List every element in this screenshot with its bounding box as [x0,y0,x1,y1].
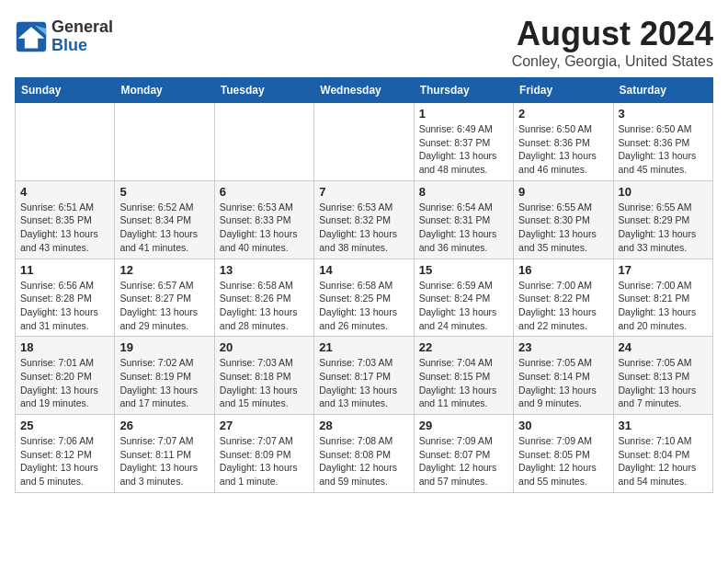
calendar-week-row: 1Sunrise: 6:49 AM Sunset: 8:37 PM Daylig… [16,103,713,181]
day-info: Sunrise: 6:58 AM Sunset: 8:26 PM Dayligh… [220,279,309,333]
page-title: August 2024 [512,15,713,53]
calendar-cell: 8Sunrise: 6:54 AM Sunset: 8:31 PM Daylig… [414,180,513,259]
calendar-cell: 26Sunrise: 7:07 AM Sunset: 8:11 PM Dayli… [115,415,214,493]
column-header-monday: Monday [115,78,214,103]
day-info: Sunrise: 7:00 AM Sunset: 8:22 PM Dayligh… [518,279,608,333]
day-info: Sunrise: 6:53 AM Sunset: 8:32 PM Dayligh… [319,201,408,255]
day-number: 30 [518,419,608,432]
calendar-cell: 12Sunrise: 6:57 AM Sunset: 8:27 PM Dayli… [115,259,214,337]
day-number: 31 [619,419,708,432]
day-number: 22 [419,340,508,354]
column-header-wednesday: Wednesday [314,78,414,103]
day-number: 26 [119,419,209,432]
day-info: Sunrise: 7:02 AM Sunset: 8:19 PM Dayligh… [119,356,209,410]
calendar-week-row: 25Sunrise: 7:06 AM Sunset: 8:12 PM Dayli… [16,415,713,493]
day-info: Sunrise: 6:50 AM Sunset: 8:36 PM Dayligh… [518,122,608,177]
day-info: Sunrise: 7:05 AM Sunset: 8:13 PM Dayligh… [619,356,708,410]
calendar-cell [314,103,414,181]
calendar-cell: 15Sunrise: 6:59 AM Sunset: 8:24 PM Dayli… [414,259,513,337]
day-number: 10 [619,185,708,199]
day-info: Sunrise: 6:50 AM Sunset: 8:36 PM Dayligh… [619,122,708,177]
day-number: 16 [518,263,608,277]
day-info: Sunrise: 6:51 AM Sunset: 8:35 PM Dayligh… [20,201,109,255]
day-info: Sunrise: 6:49 AM Sunset: 8:37 PM Dayligh… [419,122,508,177]
day-info: Sunrise: 6:58 AM Sunset: 8:25 PM Dayligh… [319,279,408,333]
calendar-cell: 30Sunrise: 7:09 AM Sunset: 8:05 PM Dayli… [514,415,613,493]
calendar-cell: 13Sunrise: 6:58 AM Sunset: 8:26 PM Dayli… [214,259,313,337]
day-info: Sunrise: 7:10 AM Sunset: 8:04 PM Dayligh… [619,434,708,488]
day-number: 23 [518,340,608,354]
header: General Blue August 2024 Conley, Georgia… [15,15,713,70]
calendar-cell: 5Sunrise: 6:52 AM Sunset: 8:34 PM Daylig… [115,180,214,259]
day-info: Sunrise: 6:53 AM Sunset: 8:33 PM Dayligh… [220,201,309,255]
calendar-cell: 27Sunrise: 7:07 AM Sunset: 8:09 PM Dayli… [214,415,313,493]
calendar-cell: 24Sunrise: 7:05 AM Sunset: 8:13 PM Dayli… [613,337,712,415]
day-info: Sunrise: 6:52 AM Sunset: 8:34 PM Dayligh… [119,201,209,255]
day-number: 14 [319,263,408,277]
day-number: 19 [119,340,209,354]
calendar-cell: 31Sunrise: 7:10 AM Sunset: 8:04 PM Dayli… [613,415,712,493]
day-info: Sunrise: 7:03 AM Sunset: 8:17 PM Dayligh… [319,356,408,410]
calendar-header-row: SundayMondayTuesdayWednesdayThursdayFrid… [16,78,713,103]
calendar-cell: 18Sunrise: 7:01 AM Sunset: 8:20 PM Dayli… [16,337,115,415]
column-header-thursday: Thursday [414,78,513,103]
calendar-week-row: 4Sunrise: 6:51 AM Sunset: 8:35 PM Daylig… [16,180,713,259]
day-number: 4 [20,185,109,199]
calendar-week-row: 18Sunrise: 7:01 AM Sunset: 8:20 PM Dayli… [16,337,713,415]
day-info: Sunrise: 7:09 AM Sunset: 8:05 PM Dayligh… [518,434,608,488]
calendar-cell: 1Sunrise: 6:49 AM Sunset: 8:37 PM Daylig… [414,103,513,181]
day-number: 11 [20,263,109,277]
day-info: Sunrise: 6:55 AM Sunset: 8:30 PM Dayligh… [518,201,608,255]
calendar-cell: 21Sunrise: 7:03 AM Sunset: 8:17 PM Dayli… [314,337,414,415]
page-subtitle: Conley, Georgia, United States [512,53,713,70]
calendar-cell: 25Sunrise: 7:06 AM Sunset: 8:12 PM Dayli… [16,415,115,493]
day-number: 17 [619,263,708,277]
day-number: 9 [518,185,608,199]
calendar-cell: 9Sunrise: 6:55 AM Sunset: 8:30 PM Daylig… [514,180,613,259]
logo-general: General [51,17,113,36]
day-info: Sunrise: 7:01 AM Sunset: 8:20 PM Dayligh… [20,356,109,410]
day-info: Sunrise: 6:59 AM Sunset: 8:24 PM Dayligh… [419,279,508,333]
day-info: Sunrise: 6:56 AM Sunset: 8:28 PM Dayligh… [20,279,109,333]
calendar-cell: 17Sunrise: 7:00 AM Sunset: 8:21 PM Dayli… [613,259,712,337]
calendar-cell: 23Sunrise: 7:05 AM Sunset: 8:14 PM Dayli… [514,337,613,415]
calendar-cell: 20Sunrise: 7:03 AM Sunset: 8:18 PM Dayli… [214,337,313,415]
day-info: Sunrise: 6:57 AM Sunset: 8:27 PM Dayligh… [119,279,209,333]
day-info: Sunrise: 7:07 AM Sunset: 8:11 PM Dayligh… [119,434,209,488]
calendar-cell [115,103,214,181]
calendar-cell: 4Sunrise: 6:51 AM Sunset: 8:35 PM Daylig… [16,180,115,259]
day-number: 18 [20,340,109,354]
day-number: 1 [419,107,508,121]
column-header-friday: Friday [514,78,613,103]
day-info: Sunrise: 7:09 AM Sunset: 8:07 PM Dayligh… [419,434,508,488]
day-number: 2 [518,107,608,121]
calendar-cell: 2Sunrise: 6:50 AM Sunset: 8:36 PM Daylig… [514,103,613,181]
day-number: 27 [220,419,309,432]
logo-blue: Blue [51,36,87,54]
day-number: 12 [119,263,209,277]
calendar-cell: 6Sunrise: 6:53 AM Sunset: 8:33 PM Daylig… [214,180,313,259]
calendar-cell: 22Sunrise: 7:04 AM Sunset: 8:15 PM Dayli… [414,337,513,415]
calendar-cell: 29Sunrise: 7:09 AM Sunset: 8:07 PM Dayli… [414,415,513,493]
day-number: 6 [220,185,309,199]
day-number: 28 [319,419,408,432]
calendar-cell: 7Sunrise: 6:53 AM Sunset: 8:32 PM Daylig… [314,180,414,259]
day-info: Sunrise: 7:08 AM Sunset: 8:08 PM Dayligh… [319,434,408,488]
calendar-cell: 3Sunrise: 6:50 AM Sunset: 8:36 PM Daylig… [613,103,712,181]
calendar-table: SundayMondayTuesdayWednesdayThursdayFrid… [15,77,713,493]
calendar-cell: 14Sunrise: 6:58 AM Sunset: 8:25 PM Dayli… [314,259,414,337]
day-number: 25 [20,419,109,432]
day-info: Sunrise: 7:03 AM Sunset: 8:18 PM Dayligh… [220,356,309,410]
day-number: 13 [220,263,309,277]
calendar-cell: 19Sunrise: 7:02 AM Sunset: 8:19 PM Dayli… [115,337,214,415]
logo: General Blue [15,18,113,55]
calendar-cell [16,103,115,181]
day-info: Sunrise: 7:05 AM Sunset: 8:14 PM Dayligh… [518,356,608,410]
calendar-cell [214,103,313,181]
day-info: Sunrise: 7:00 AM Sunset: 8:21 PM Dayligh… [619,279,708,333]
day-info: Sunrise: 6:55 AM Sunset: 8:29 PM Dayligh… [619,201,708,255]
day-number: 29 [419,419,508,432]
day-number: 20 [220,340,309,354]
day-number: 21 [319,340,408,354]
day-info: Sunrise: 7:07 AM Sunset: 8:09 PM Dayligh… [220,434,309,488]
